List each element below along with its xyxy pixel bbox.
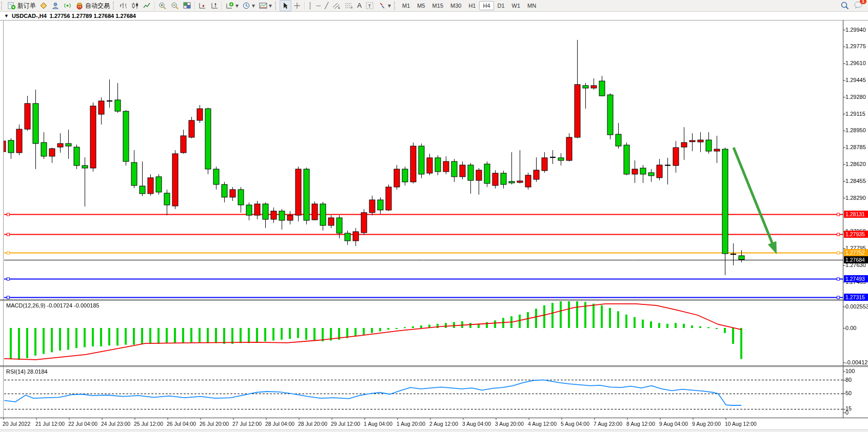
trading-terminal: { "toolbar": { "new_order_label": "新订单",… xyxy=(0,0,868,432)
chart-plot-area[interactable] xyxy=(0,0,868,432)
